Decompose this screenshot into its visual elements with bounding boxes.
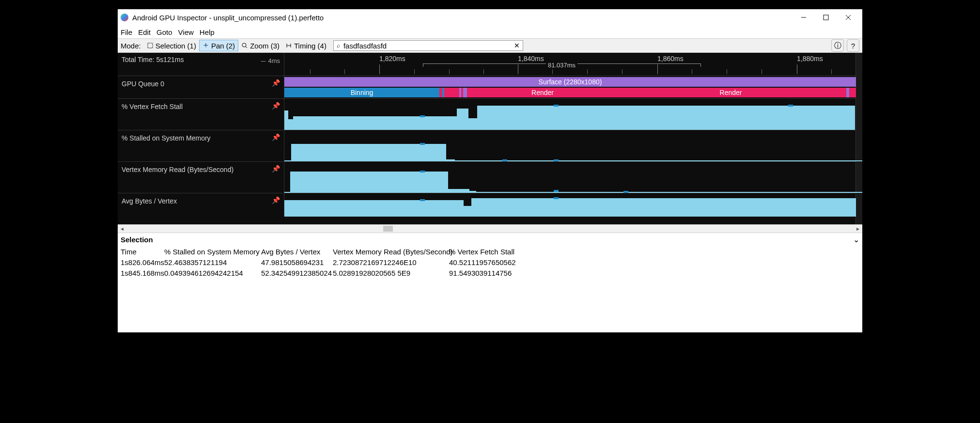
search-input[interactable] — [343, 41, 511, 50]
col-header[interactable]: Vertex Memory Read (Bytes/Second) — [333, 247, 443, 257]
timing-icon — [285, 42, 292, 49]
track-label: Avg Bytes / Vertex — [122, 197, 280, 205]
tick-label: 1,880ms — [797, 55, 823, 63]
timeline-header-gutter: Total Time: 5s121ms ⸺ 4ms — [118, 53, 284, 76]
selection-icon — [147, 42, 154, 49]
mode-toolbar: Mode: Selection (1) Pan (2) Zoom (3) Tim… — [118, 38, 862, 53]
total-time-label: Total Time: 5s121ms — [122, 56, 184, 63]
cell: 0.049394612694242154 — [164, 268, 255, 279]
pin-icon[interactable]: 📌 — [272, 196, 280, 204]
svg-point-5 — [242, 43, 246, 47]
scroll-left-arrow[interactable]: ◂ — [118, 225, 126, 232]
pin-icon[interactable]: 📌 — [272, 79, 280, 87]
menu-help[interactable]: Help — [200, 28, 215, 36]
track-gpu-queue: GPU Queue 0 📌 Surface (2280x1080) Binnin… — [118, 76, 862, 98]
tick-label: 1,840ms — [518, 55, 544, 63]
bracket-label: 81.037ms — [546, 62, 577, 69]
tick-label: 1,820ms — [379, 55, 405, 63]
collapse-icon[interactable]: ⌄ — [853, 235, 859, 244]
time-ruler[interactable]: 1,820ms 1,840ms 1,860ms 1,880ms 81.037ms… — [284, 53, 862, 76]
cell: 1s826.064ms — [121, 257, 158, 268]
track-label: % Stalled on System Memory — [122, 134, 280, 142]
search-icon: ⌕ — [334, 42, 343, 49]
mode-selection-label: Selection (1) — [156, 42, 196, 50]
cell: 40.52111957650562 — [449, 257, 530, 268]
pin-icon[interactable]: 📌 — [272, 102, 280, 110]
render-bar[interactable]: Render — [470, 88, 615, 97]
pin-icon[interactable]: 📌 — [272, 165, 280, 172]
render-bar[interactable]: Render — [615, 88, 846, 97]
cell: 52.342549912385024 — [261, 268, 327, 279]
selection-title: Selection — [121, 235, 153, 244]
zoom-icon — [241, 42, 248, 49]
scale-hint: 4ms — [268, 57, 280, 64]
info-button[interactable]: ⓘ — [831, 39, 844, 52]
menu-edit[interactable]: Edit — [138, 28, 151, 36]
selection-panel-header: Selection ⌄ — [118, 233, 862, 246]
track-label: % Vertex Fetch Stall — [122, 103, 280, 110]
menu-view[interactable]: View — [178, 28, 194, 36]
mode-label: Mode: — [121, 42, 141, 50]
mode-zoom[interactable]: Zoom (3) — [238, 40, 282, 51]
mode-pan[interactable]: Pan (2) — [199, 40, 238, 51]
svg-line-6 — [246, 47, 247, 48]
cell: 5.02891928020565 5E9 — [333, 268, 443, 279]
cell: 52.4638357121194 — [164, 257, 255, 268]
track-label: GPU Queue 0 — [122, 80, 280, 88]
render-slice[interactable] — [463, 88, 467, 97]
app-window: Android GPU Inspector - unsplit_uncompre… — [117, 9, 863, 333]
render-slice[interactable] — [446, 88, 459, 97]
close-button[interactable] — [837, 9, 859, 26]
track-label: Vertex Memory Read (Bytes/Second) — [122, 166, 280, 173]
col-header[interactable]: Avg Bytes / Vertex — [261, 247, 327, 257]
surface-bar[interactable]: Surface (2280x1080) — [284, 77, 856, 87]
track-vertex-fetch-stall: % Vertex Fetch Stall📌 — [118, 99, 862, 130]
timeline-panel: Total Time: 5s121ms ⸺ 4ms 1,820ms 1,840m… — [118, 53, 862, 224]
help-button[interactable]: ? — [847, 39, 859, 52]
binning-bar[interactable]: Binning — [284, 88, 439, 97]
col-header[interactable]: Time — [121, 247, 158, 257]
cell: 91.5493039114756 — [449, 268, 530, 279]
scroll-right-arrow[interactable]: ▸ — [854, 225, 862, 232]
menu-goto[interactable]: Goto — [156, 28, 172, 36]
title-bar: Android GPU Inspector - unsplit_uncompre… — [118, 9, 862, 26]
minimize-button[interactable] — [793, 9, 815, 26]
pan-icon — [202, 42, 209, 49]
cell: 1s845.168ms — [121, 268, 158, 279]
scroll-thumb[interactable] — [383, 226, 393, 232]
mode-zoom-label: Zoom (3) — [250, 42, 280, 50]
col-header[interactable]: % Vertex Fetch Stall — [449, 247, 530, 257]
svg-rect-1 — [824, 15, 828, 20]
mode-pan-label: Pan (2) — [211, 42, 235, 50]
menu-bar: File Edit Goto View Help — [118, 26, 862, 38]
timeline-hscrollbar[interactable]: ◂ ▸ — [118, 224, 862, 233]
tick-label: 1,860ms — [657, 55, 684, 63]
track-vertex-mem-read: Vertex Memory Read (Bytes/Second)📌 — [118, 162, 862, 193]
mode-timing-label: Timing (4) — [294, 42, 327, 50]
maximize-button[interactable] — [815, 9, 837, 26]
window-title: Android GPU Inspector - unsplit_uncompre… — [132, 14, 793, 22]
menu-file[interactable]: File — [121, 28, 132, 36]
selection-table: Time 1s826.064ms 1s845.168ms % Stalled o… — [118, 246, 862, 280]
track-avg-bytes-vertex: Avg Bytes / Vertex📌 — [118, 193, 862, 217]
clear-search-icon[interactable]: ✕ — [511, 42, 523, 49]
search-box: ⌕ ✕ — [333, 40, 523, 51]
cell: 47.9815058694231 — [261, 257, 327, 268]
track-stalled-sysmem: % Stalled on System Memory📌 — [118, 130, 862, 161]
mode-timing[interactable]: Timing (4) — [282, 40, 329, 51]
render-slice[interactable] — [849, 88, 856, 97]
col-header[interactable]: % Stalled on System Memory — [164, 247, 255, 257]
svg-rect-4 — [148, 43, 153, 48]
cell: 2.7230872169712246E10 — [333, 257, 443, 268]
mode-selection[interactable]: Selection (1) — [144, 40, 199, 51]
app-icon — [121, 14, 128, 21]
pin-icon[interactable]: 📌 — [272, 133, 280, 141]
